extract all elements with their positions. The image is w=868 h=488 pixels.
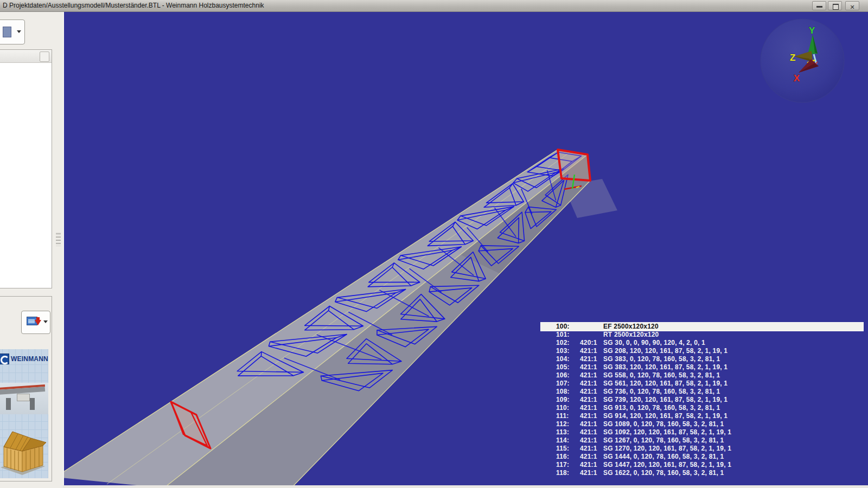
titlebar: D Projektdaten/Ausstellungsmodell/Muster… — [0, 0, 868, 12]
show-data-window-button[interactable] — [21, 311, 50, 334]
row-line: 112: — [541, 420, 580, 428]
close-icon: ✕ — [850, 4, 854, 11]
row-tool: 421:1 — [580, 469, 603, 477]
beam-model — [64, 150, 617, 485]
row-text: SG 383, 120, 120, 161, 87, 58, 2, 1, 19,… — [603, 363, 863, 371]
row-tool: 421:1 — [580, 404, 603, 412]
sidebar-splitter[interactable] — [54, 11, 63, 488]
row-text: SG 914, 120, 120, 161, 87, 58, 2, 1, 19,… — [603, 412, 863, 420]
weinmann-logo-icon — [0, 354, 9, 364]
btl-row[interactable]: 100: EF 2500x120x120 — [541, 323, 863, 331]
row-tool: 421:1 — [580, 380, 603, 388]
minimize-button[interactable] — [812, 1, 826, 10]
x-axis-label: X — [794, 73, 800, 84]
row-text: SG 1444, 0, 120, 78, 160, 58, 3, 2, 81, … — [603, 453, 863, 461]
red-download-arrow-icon — [35, 320, 41, 325]
btl-row[interactable]: 114: 421:1 SG 1267, 0, 120, 78, 160, 58,… — [541, 436, 863, 445]
row-tool: 421:1 — [580, 347, 603, 355]
weinmann-promo-image: WEINMANN — [0, 349, 48, 478]
structure-panel — [0, 49, 52, 288]
row-tool: 420:1 — [580, 339, 603, 347]
restore-button[interactable] — [828, 1, 842, 10]
application-window: { "window": { "title": "D Projektdaten/A… — [0, 0, 868, 488]
structure-panel-header — [0, 50, 52, 63]
row-text: SG 1089, 0, 120, 78, 160, 58, 3, 2, 81, … — [603, 420, 863, 428]
splitter-grip — [56, 231, 61, 246]
row-text: SG 1622, 0, 120, 78, 160, 58, 3, 2, 81, … — [603, 469, 863, 477]
btl-row[interactable]: 110: 421:1 SG 913, 0, 120, 78, 160, 58, … — [541, 404, 863, 412]
row-line: 118: — [541, 469, 580, 477]
row-text: SG 208, 120, 120, 161, 87, 58, 2, 1, 19,… — [603, 347, 863, 355]
row-tool — [580, 323, 603, 331]
row-tool: 421:1 — [580, 420, 603, 428]
panel-header-button[interactable] — [40, 52, 49, 62]
row-line: 117: — [541, 461, 580, 469]
btl-row[interactable]: 112: 421:1 SG 1089, 0, 120, 78, 160, 58,… — [541, 420, 863, 428]
row-tool: 421:1 — [580, 355, 603, 363]
row-line: 108: — [541, 388, 580, 396]
row-tool: 421:1 — [580, 412, 603, 420]
left-sidebar: WEINMANN — [0, 11, 63, 488]
row-line: 103: — [541, 347, 580, 355]
btl-row[interactable]: 103: 421:1 SG 208, 120, 120, 161, 87, 58… — [541, 347, 863, 355]
row-line: 100: — [541, 323, 580, 331]
btl-row[interactable]: 111: 421:1 SG 914, 120, 120, 161, 87, 58… — [541, 412, 863, 420]
btl-row[interactable]: 102: 420:1 SG 30, 0, 0, 90, 90, 120, 4, … — [541, 339, 863, 347]
btl-row[interactable]: 104: 421:1 SG 383, 0, 120, 78, 160, 58, … — [541, 355, 863, 363]
row-tool: 421:1 — [580, 363, 603, 371]
btl-row[interactable]: 113: 421:1 SG 1092, 120, 120, 161, 87, 5… — [541, 428, 863, 436]
chevron-down-icon — [43, 320, 48, 323]
row-text: SG 913, 0, 120, 78, 160, 58, 3, 2, 81, 1 — [603, 404, 863, 412]
sidebar-dropdown-button[interactable] — [0, 20, 25, 44]
btl-row[interactable]: 108: 421:1 SG 736, 0, 120, 78, 160, 58, … — [541, 388, 863, 396]
btl-row[interactable]: 116: 421:1 SG 1444, 0, 120, 78, 160, 58,… — [541, 453, 863, 461]
row-tool: 421:1 — [580, 436, 603, 445]
z-axis-label: Z — [790, 53, 795, 63]
row-tool: 421:1 — [580, 388, 603, 396]
row-text: SG 1267, 0, 120, 78, 160, 58, 3, 2, 81, … — [603, 436, 863, 445]
btl-row[interactable]: 105: 421:1 SG 383, 120, 120, 161, 87, 58… — [541, 363, 863, 371]
row-line: 115: — [541, 445, 580, 453]
btl-row[interactable]: 106: 421:1 SG 558, 0, 120, 78, 160, 58, … — [541, 371, 863, 380]
row-tool — [580, 331, 603, 339]
row-text: SG 561, 120, 120, 161, 87, 58, 2, 1, 19,… — [603, 380, 863, 388]
tool-icon — [3, 27, 11, 37]
btl-listing: 100: EF 2500x120x120 101: RT 2500x120x12… — [541, 323, 863, 477]
row-line: 111: — [541, 412, 580, 420]
row-tool: 421:1 — [580, 371, 603, 380]
row-line: 104: — [541, 355, 580, 363]
btl-row[interactable]: 101: RT 2500x120x120 — [541, 331, 863, 339]
row-line: 114: — [541, 436, 580, 445]
close-button[interactable]: ✕ — [845, 1, 859, 10]
window-title: D Projektdaten/Ausstellungsmodell/Muster… — [3, 2, 264, 9]
info-panel: WEINMANN — [0, 296, 52, 481]
btl-row[interactable]: 107: 421:1 SG 561, 120, 120, 161, 87, 58… — [541, 380, 863, 388]
row-text: SG 739, 120, 120, 161, 87, 58, 2, 1, 19,… — [603, 396, 863, 404]
row-line: 105: — [541, 363, 580, 371]
minimize-icon — [816, 6, 822, 8]
row-line: 102: — [541, 339, 580, 347]
row-line: 113: — [541, 428, 580, 436]
chevron-down-icon — [17, 30, 21, 33]
row-line: 106: — [541, 371, 580, 380]
timber-house-image — [0, 415, 48, 478]
y-axis-label: Y — [809, 25, 815, 36]
restore-icon — [833, 4, 839, 10]
machine-photo — [0, 383, 48, 414]
row-line: 110: — [541, 404, 580, 412]
row-tool: 421:1 — [580, 453, 603, 461]
row-tool: 421:1 — [580, 445, 603, 453]
window-bottom-border — [63, 485, 868, 488]
row-tool: 421:1 — [580, 461, 603, 469]
row-text: SG 1092, 120, 120, 161, 87, 58, 2, 1, 19… — [603, 428, 863, 436]
row-text: SG 1270, 120, 120, 161, 87, 58, 2, 1, 19… — [603, 445, 863, 453]
row-tool: 421:1 — [580, 428, 603, 436]
row-text: SG 736, 0, 120, 78, 160, 58, 3, 2, 81, 1 — [603, 388, 863, 396]
btl-row[interactable]: 109: 421:1 SG 739, 120, 120, 161, 87, 58… — [541, 396, 863, 404]
row-line: 107: — [541, 380, 580, 388]
navigation-ball[interactable]: Y Z X — [761, 19, 844, 102]
btl-row[interactable]: 117: 421:1 SG 1447, 120, 120, 161, 87, 5… — [541, 461, 863, 469]
btl-row[interactable]: 118: 421:1 SG 1622, 0, 120, 78, 160, 58,… — [541, 469, 863, 477]
btl-row[interactable]: 115: 421:1 SG 1270, 120, 120, 161, 87, 5… — [541, 445, 863, 453]
row-text: SG 1447, 120, 120, 161, 87, 58, 2, 1, 19… — [603, 461, 863, 469]
